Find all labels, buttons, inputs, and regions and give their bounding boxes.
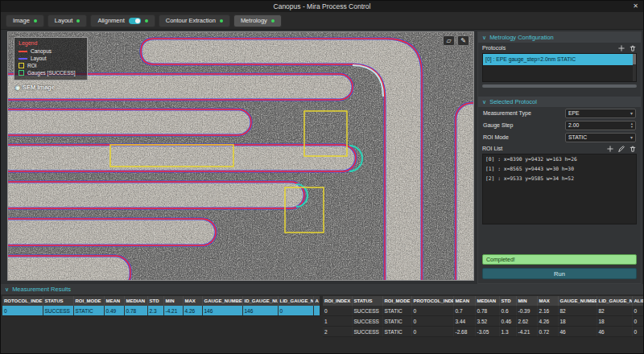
spin-down-icon[interactable]: ▾: [631, 126, 633, 129]
table-cell: 1: [323, 316, 352, 327]
gauge-step-input[interactable]: 2.00 ▴ ▾: [565, 121, 636, 130]
tab-alignment[interactable]: Alignment: [90, 14, 155, 27]
measurement-type-label: Measurement Type: [483, 110, 565, 116]
column-header-mean[interactable]: MEAN: [104, 296, 124, 306]
roi-item[interactable]: [0] : x=8390 y=9432 w=163 h=26: [483, 154, 636, 164]
spinner-buttons[interactable]: ▴ ▾: [631, 122, 633, 129]
table-row[interactable]: 1SUCCESSSTATIC03.443.520.462.624.2618180: [323, 316, 643, 327]
add-roi-button[interactable]: [605, 144, 614, 153]
table-cell: 0: [2, 306, 43, 316]
column-header-id-gauge-numi[interactable]: ID_GAUGE_NUMI: [242, 296, 278, 306]
tab-contour-extraction[interactable]: Contour Extraction: [159, 14, 230, 27]
box-swatch: [19, 63, 24, 68]
tab-bar: ImageLayoutAlignmentContour ExtractionMe…: [1, 12, 643, 30]
column-header-protocol-index[interactable]: PROTOCOL_INDEX: [411, 296, 453, 306]
delete-roi-button[interactable]: [628, 144, 637, 153]
selected-protocol-header[interactable]: ∨ Selected Protocol: [478, 97, 641, 107]
table-cell: 0.72: [537, 327, 558, 337]
legend-label: Gauges [SUCCESS]: [27, 70, 76, 76]
header-row: ROTOCOL_INDE▾STATUSROI_MODEMEANMEDIANSTD…: [2, 296, 320, 306]
chevron-down-icon: ▾: [630, 134, 633, 140]
table-cell: 4.26: [183, 306, 202, 316]
column-header-status[interactable]: STATUS: [43, 296, 73, 306]
status-dot: [76, 19, 80, 23]
roi-item[interactable]: [2] : x=9533 y=9585 w=34 h=52: [483, 174, 636, 183]
titlebar: Canopus - Mira Process Control ✕: [1, 1, 643, 12]
column-header-lid-gauge-num[interactable]: LID_GAUGE_NUM: [278, 296, 313, 306]
protocol-item[interactable]: [0] : EPE gauge_step=2.0nm STATIC: [483, 54, 636, 65]
add-protocol-button[interactable]: [617, 43, 625, 52]
selected-protocol-title: Selected Protocol: [489, 98, 537, 105]
table-cell: 0: [323, 306, 352, 316]
close-icon[interactable]: ✕: [633, 1, 638, 12]
column-header-status[interactable]: STATUS: [352, 296, 382, 306]
table-cell: 4.26: [537, 316, 558, 327]
column-header-roi-mode[interactable]: ROI_MODE: [73, 296, 104, 306]
column-header-max[interactable]: MAX: [183, 296, 202, 306]
column-header-median[interactable]: MEDIAN: [124, 296, 147, 306]
table-cell: 0: [411, 327, 453, 337]
pen-tool[interactable]: ✎: [457, 35, 469, 46]
table-row[interactable]: 2SUCCESSSTATIC0-2.68-3.051.3-4.210.72464…: [323, 327, 643, 337]
column-header-roi-index[interactable]: ROI_INDEX▾: [323, 296, 352, 306]
column-header-lid-gauge-numb[interactable]: LID_GAUGE_NUMB: [597, 296, 632, 306]
table-cell: 0: [632, 306, 643, 316]
column-header-std[interactable]: STD: [499, 296, 516, 306]
eraser-tool[interactable]: ▱: [443, 35, 455, 46]
header-row: ROI_INDEX▾STATUSROI_MODEPROTOCOL_INDEXME…: [323, 296, 643, 306]
column-header-a[interactable]: A: [313, 296, 320, 306]
status-dot: [220, 19, 223, 23]
target-icon: ◉: [15, 84, 20, 91]
table-cell: 0: [632, 327, 643, 337]
alignment-toggle[interactable]: [129, 18, 141, 24]
column-header-median[interactable]: MEDIAN: [475, 296, 499, 306]
run-button[interactable]: Run: [482, 268, 637, 279]
column-header-std[interactable]: STD: [147, 296, 163, 306]
edit-roi-button[interactable]: [617, 144, 625, 153]
scrollbar[interactable]: [633, 54, 636, 81]
line-swatch: [19, 58, 27, 60]
table-row[interactable]: 0SUCCESSSTATIC0.490.782.3-4.214.26146146…: [2, 306, 320, 316]
splitter-handle[interactable]: [482, 84, 637, 88]
table-cell: SUCCESS: [43, 306, 73, 316]
table-cell: 2: [323, 327, 352, 337]
protocols-list[interactable]: [0] : EPE gauge_step=2.0nm STATIC: [482, 53, 637, 82]
table-cell: 2.16: [537, 306, 558, 316]
measurement-type-select[interactable]: EPE ▾: [565, 109, 636, 118]
legend-label: ROI: [27, 63, 37, 68]
measurement-type-row: Measurement Type EPE ▾: [478, 107, 641, 119]
column-header-alid[interactable]: ALID: [632, 296, 643, 306]
table-cell: 2.62: [516, 316, 537, 327]
table-cell: 46: [558, 327, 597, 337]
column-header-min[interactable]: MIN: [163, 296, 183, 306]
table-cell: -2.68: [453, 327, 475, 337]
column-header-min[interactable]: MIN: [516, 296, 537, 306]
roi-mode-label: ROI Mode: [483, 134, 565, 140]
column-header-gauge-number[interactable]: GAUGE_NUMBER: [202, 296, 242, 306]
table-cell: SUCCESS: [352, 327, 382, 337]
legend-panel: Legend CanopusLayoutROIGauges [SUCCESS]: [14, 37, 88, 80]
roi-list[interactable]: [0] : x=8390 y=9432 w=163 h=26[1] : x=85…: [482, 154, 637, 224]
toggle-knob: [135, 19, 140, 23]
legend-item-layout: Layout: [19, 55, 83, 62]
results-header[interactable]: ∨ Measurement Results: [1, 284, 644, 294]
roi-item[interactable]: [1] : x=8565 y=9443 w=30 h=30: [483, 164, 636, 174]
table-row[interactable]: 0SUCCESSSTATIC00.70.780.6-0.392.1682820: [323, 306, 643, 316]
table-cell: STATIC: [73, 306, 104, 316]
column-header-mean[interactable]: MEAN: [453, 296, 475, 306]
metrology-config-header[interactable]: ∨ Metrology Configuration: [478, 32, 641, 43]
column-header-max[interactable]: MAX: [537, 296, 558, 306]
tab-metrology[interactable]: Metrology: [233, 14, 282, 27]
column-header-rotocol-inde[interactable]: ROTOCOL_INDE▾: [2, 296, 43, 306]
sem-image-label: ◉ SEM Image: [15, 84, 55, 91]
roi-mode-select[interactable]: STATIC ▾: [565, 133, 636, 142]
sem-viewer[interactable]: Legend CanopusLayoutROIGauges [SUCCESS] …: [7, 31, 474, 281]
table-cell: STATIC: [382, 327, 411, 337]
column-header-roi-mode[interactable]: ROI_MODE: [382, 296, 411, 306]
table-cell: 0: [411, 306, 453, 316]
column-header-gauge-number[interactable]: GAUGE_NUMBER: [558, 296, 597, 306]
table-cell: SUCCESS: [352, 306, 382, 316]
delete-protocol-button[interactable]: [628, 43, 637, 52]
tab-image[interactable]: Image: [6, 14, 44, 27]
tab-layout[interactable]: Layout: [47, 14, 88, 27]
